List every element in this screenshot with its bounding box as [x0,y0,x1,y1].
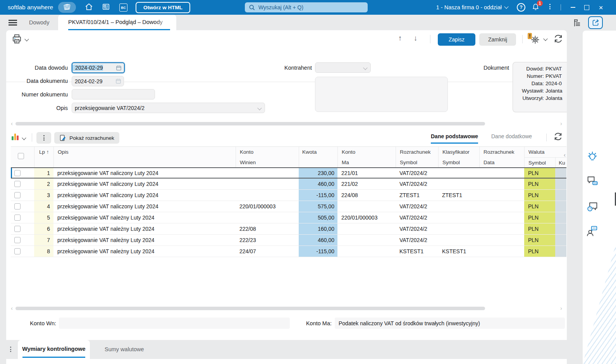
cell-konto-winien: 222/08 [236,223,299,234]
table-row[interactable]: 6 przeksięgowanie VAT należny Luty 2024 … [11,223,566,235]
select-all-cell [11,147,24,168]
tab-dane-dodatkowe[interactable]: Dane dodatkowe [491,133,532,139]
scrollbar-thumb[interactable] [15,122,485,125]
kontrahent-select[interactable] [315,62,371,73]
table-row[interactable]: 8 przeksięgowanie VAT należny Luty 2024 … [11,246,566,257]
tree-view-button[interactable] [573,18,582,29]
close-button[interactable]: × [594,0,608,15]
minimize-button[interactable] [566,0,580,15]
row-checkbox[interactable] [14,192,21,198]
column-rozrachunek-symbol[interactable]: RozrachunekSymbol [396,147,438,168]
scrollbar-thumb[interactable] [15,307,485,310]
tab-pkvat-active[interactable]: PKVAT/010/24/1 – Podgląd – Dowody [58,15,176,30]
chevron-down-icon[interactable] [504,4,508,9]
company-selector[interactable]: 1 - Nasza firma 0 - oddział [411,0,502,15]
row-checkbox[interactable] [14,203,21,209]
scroll-left-icon[interactable]: ‹ [11,305,13,311]
cell-konto-ma: 220/01/000003 [337,212,396,223]
table-row[interactable]: 3 przeksięgowanie VAT naliczony Luty 202… [11,190,566,201]
column-kwota[interactable]: Kwota [299,147,337,168]
print-button[interactable] [12,34,28,44]
data-dowodu-field[interactable]: 2024-02-29 [72,62,125,73]
chart-dropdown-chevron-icon[interactable] [22,136,26,140]
search-input[interactable]: Wyszukaj (Alt + Q) [245,2,368,12]
form-horizontal-scrollbar[interactable]: ‹ › [6,121,567,127]
move-up-button[interactable]: ↑ [398,34,402,43]
maximize-button[interactable] [580,0,593,15]
table-horizontal-scrollbar[interactable]: ‹ › [6,306,567,311]
select-all-checkbox[interactable] [18,153,24,159]
move-down-button[interactable]: ↓ [414,34,418,43]
kontrahent-details-area[interactable] [315,77,448,112]
row-checkbox[interactable] [14,170,21,176]
tab-wymiary-kontrolingowe[interactable]: Wymiary kontrolingowe [18,340,90,359]
row-checkbox[interactable] [14,226,21,232]
main-menu-button[interactable] [9,20,17,26]
refresh-icon [553,34,563,44]
chevron-down-icon [257,106,262,110]
contact-support-button[interactable] [586,225,599,238]
grid-refresh-button[interactable] [553,132,563,143]
scroll-right-icon[interactable]: › [560,120,562,127]
titlebar-kebab-menu[interactable] [549,4,551,9]
grid-kebab-menu[interactable] [36,132,51,144]
help-button[interactable]: ? [517,3,525,12]
row-checkbox[interactable] [14,215,21,221]
chevron-down-icon [363,65,367,70]
table-row[interactable]: 5 przeksięgowanie VAT należny Luty 2024 … [11,212,566,223]
column-kurs[interactable]: Ku [555,158,566,168]
cell-kurs [555,246,566,257]
tab-dowody[interactable]: Dowody [29,15,49,30]
opis-label: Opis [6,105,68,111]
column-waluta-symbol[interactable]: Symbol [525,158,555,168]
show-settlement-button[interactable]: Pokaż rozrachunek [54,132,119,144]
tab-dane-podstawowe[interactable]: Dane podstawowe [431,133,478,139]
data-dokumentu-field[interactable]: 2024-02-29 [72,76,124,86]
settings-chevron-icon[interactable] [543,36,547,41]
chat-button[interactable] [586,174,599,187]
konto-wn-field[interactable] [59,318,290,329]
close-document-button[interactable]: Zamknij [479,33,516,46]
print-dropdown-chevron-icon[interactable] [24,37,29,41]
row-checkbox[interactable] [14,181,21,187]
news-button[interactable] [101,3,111,12]
refresh-button[interactable] [553,34,563,45]
share-button[interactable] [588,16,603,29]
document-panel: ↑ ↓ Zapisz Zamknij ! Data dowodu [6,30,567,364]
minimize-icon [571,7,575,8]
column-rozrachunek-data[interactable]: RozrachunekData [479,147,524,168]
column-lp[interactable]: Lp ↑ [34,147,53,168]
column-konto-ma[interactable]: KontoMa [337,147,396,168]
table-row[interactable]: 2 przeksięgowanie VAT naliczony Luty 202… [11,179,566,190]
row-checkbox[interactable] [14,248,21,254]
ideas-button[interactable] [586,149,599,163]
column-waluta-group[interactable]: Waluta Symbol Ku [524,147,566,168]
settings-warning-button[interactable]: ! [528,33,541,45]
scroll-right-icon[interactable]: › [560,305,562,311]
column-scroll-hint-icon[interactable]: ‹ [564,151,566,158]
column-opis[interactable]: Opis [53,147,236,168]
konto-ma-field[interactable]: Podatek naliczony VAT od środków trwałyc… [335,318,565,329]
table-row[interactable]: 1 przeksięgowanie VAT naliczony Luty 202… [11,167,566,179]
column-klasyfikator-symbol[interactable]: KlasyfikatorSymbol [438,147,479,168]
cell-klasyfikator-symbol [438,235,479,246]
toolbar-divider [430,35,430,43]
table-row[interactable]: 4 przeksięgowanie VAT naliczony Luty 202… [11,201,566,212]
calendar-icon[interactable] [116,65,122,71]
documents-stack-button[interactable] [58,2,76,13]
save-button[interactable]: Zapisz [438,33,475,46]
column-konto-winien[interactable]: KontoWinien [236,147,299,168]
open-in-html-button[interactable]: Otwórz w HTML [136,2,190,13]
faq-button[interactable]: ? [586,200,599,213]
chart-view-button[interactable] [12,134,19,140]
home-button[interactable] [84,3,94,12]
numer-dokumentu-field[interactable] [72,89,155,100]
bc-icon[interactable]: BC [119,3,127,12]
bottom-kebab-menu[interactable] [10,347,11,352]
tab-sumy-walutowe[interactable]: Sumy walutowe [105,340,144,359]
cell-rozrachunek-symbol: VAT/2024/2 [396,168,438,178]
scroll-left-icon[interactable]: ‹ [11,120,13,127]
table-row[interactable]: 7 przeksięgowanie VAT należny Luty 2024 … [11,235,566,246]
opis-select[interactable]: przeksięgowanie VAT/2024/2 [72,103,265,113]
row-checkbox[interactable] [14,237,21,243]
